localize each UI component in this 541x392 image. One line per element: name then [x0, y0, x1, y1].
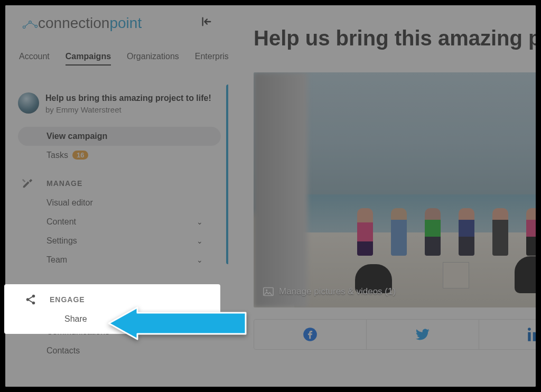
section-header-manage: MANAGE	[18, 165, 214, 193]
page-title: Help us bring this amazing project to li…	[254, 26, 536, 50]
campaign-card[interactable]: Help us bring this amazing project to li…	[18, 92, 214, 114]
chevron-down-icon: ⌄	[197, 218, 203, 226]
tab-campaigns[interactable]: Campaigns	[66, 52, 111, 66]
collapse-icon	[201, 16, 212, 27]
campaign-title: Help us bring this amazing project to li…	[45, 92, 211, 104]
sidebar-item-settings[interactable]: Settings ⌄	[18, 231, 221, 250]
section-header-label: MANAGE	[46, 179, 82, 188]
campaign-avatar	[18, 92, 39, 114]
hero-blur-strip	[254, 72, 307, 307]
sidebar-item-view-campaign[interactable]: View campaign	[18, 127, 221, 146]
sidebar-item-label: Content	[46, 217, 76, 227]
sidebar-item-label: View campaign	[46, 132, 107, 141]
section-header-label: ENGAGE	[50, 295, 85, 304]
hero-image[interactable]: Manage pictures & videos (1)	[254, 72, 536, 307]
chevron-down-icon: ⌄	[197, 256, 203, 264]
manage-media-label: Manage pictures & videos (1)	[279, 286, 396, 297]
chevron-down-icon: ⌄	[197, 237, 203, 245]
sidebar-item-label: Tasks	[46, 151, 68, 160]
manage-media-button[interactable]: Manage pictures & videos (1)	[254, 278, 536, 307]
sidebar-scroll-area: Help us bring this amazing project to li…	[5, 85, 227, 387]
share-twitter-button[interactable]	[367, 320, 479, 349]
sidebar-item-label: Team	[46, 255, 67, 265]
svg-line-11	[29, 297, 32, 300]
tab-account[interactable]: Account	[19, 52, 50, 66]
sidebar-header: connectionpoint	[5, 5, 228, 32]
sidebar-item-content[interactable]: Content ⌄	[18, 212, 221, 231]
callout-arrow	[106, 306, 248, 340]
sidebar-item-label: Share	[64, 314, 87, 324]
svg-point-6	[266, 290, 267, 291]
image-icon	[263, 287, 274, 296]
sidebar-item-label: Settings	[46, 236, 77, 246]
logo-text-1: connection	[38, 15, 109, 32]
logo-text-2: point	[109, 15, 142, 32]
share-linkedin-button[interactable]	[479, 320, 536, 349]
sidebar-item-visual-editor[interactable]: Visual editor	[18, 193, 221, 212]
twitter-icon	[415, 327, 430, 342]
main-content: Help us bring this amazing project to li…	[228, 5, 536, 387]
campaign-texts: Help us bring this amazing project to li…	[45, 92, 211, 114]
sidebar-item-tasks[interactable]: Tasks 16	[18, 146, 221, 165]
linkedin-icon	[528, 327, 536, 342]
tab-enterprise[interactable]: Enterprise	[195, 52, 234, 66]
sidebar-item-label: Visual editor	[46, 198, 93, 208]
sidebar-item-team[interactable]: Team ⌄	[18, 250, 221, 269]
logo-icon	[21, 18, 39, 32]
collapse-sidebar-button[interactable]	[201, 16, 212, 31]
campaign-byline: by Emmy Waterstreet	[45, 105, 211, 114]
hero-people	[348, 171, 536, 256]
svg-point-4	[35, 25, 38, 28]
svg-point-2	[23, 26, 25, 29]
svg-line-12	[29, 300, 32, 303]
sidebar-item-label: Contacts	[46, 346, 80, 356]
svg-point-3	[29, 21, 32, 24]
share-facebook-button[interactable]	[254, 320, 367, 349]
sidebar-item-contacts[interactable]: Contacts	[18, 341, 221, 360]
wrench-icon	[20, 178, 35, 189]
tasks-badge: 16	[72, 151, 88, 160]
nav-tabs: Account Campaigns Organizations Enterpri…	[5, 32, 228, 66]
share-nodes-icon	[23, 294, 38, 305]
facebook-icon	[303, 327, 318, 342]
social-share-row	[254, 319, 536, 350]
tab-organizations[interactable]: Organizations	[127, 52, 179, 66]
logo[interactable]: connectionpoint	[21, 15, 142, 32]
